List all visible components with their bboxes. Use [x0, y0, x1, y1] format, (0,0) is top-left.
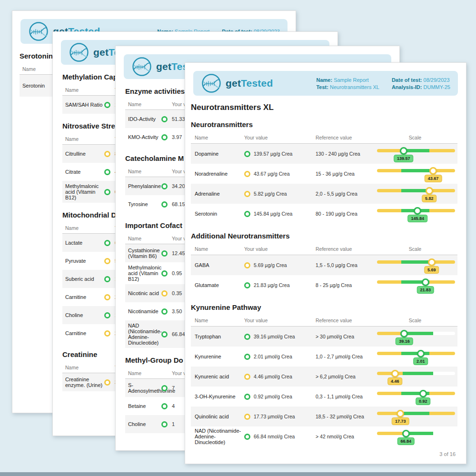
status-dot-green: [161, 403, 168, 409]
col-spacer: [161, 101, 172, 107]
reference-value: 18,5 - 32 µmol/g Crea: [316, 414, 377, 419]
col-spacer: [161, 169, 172, 174]
analyte-name: Kynurenine: [195, 354, 244, 359]
status-dot-green: [244, 151, 250, 157]
row-name: Nicotinic acid: [128, 290, 161, 296]
table-column-headers: NameYour valueReference valueScale: [191, 133, 457, 144]
result-row: Kynurenine2.01 µmol/g Crea1,0 - 2,7 µmol…: [191, 347, 457, 367]
scale-value-label: 139.57: [394, 155, 414, 162]
scale-marker: [422, 278, 429, 286]
scale-segment: [429, 149, 455, 152]
gettested-dna-icon: [201, 73, 222, 94]
status-dot-green: [161, 421, 168, 427]
result-row: Tryptophan39.16 µmol/g Crea> 30 µmol/g C…: [191, 327, 457, 347]
result-row: NAD (Nicotinamide-Adenine-Dinucleotide)6…: [191, 426, 457, 446]
status-dot-green: [161, 116, 168, 122]
status-dot-green: [244, 334, 250, 340]
status-dot-green: [104, 240, 110, 246]
row-name: Citrate: [65, 169, 104, 175]
gettested-dna-icon: [69, 42, 89, 63]
scale-bar: 145.84: [377, 205, 455, 223]
gettested-logo: getTested: [201, 73, 273, 94]
status-dot-yellow: [244, 262, 250, 268]
col-spacer: [161, 236, 172, 241]
reference-value: 15 - 36 µg/g Crea: [316, 171, 377, 177]
row-name: Betaine: [128, 403, 161, 409]
col-header-reference-value: Reference value: [316, 317, 377, 323]
result-row: GABA5.69 µg/g Crea1,5 - 5,0 µg/g Crea5.6…: [191, 255, 457, 275]
scale-bar: 39.16: [377, 327, 455, 346]
col-header-scale: Scale: [377, 246, 454, 252]
your-value-cell: 139.57 µg/g Crea: [244, 151, 316, 157]
analyte-name: Tryptophan: [195, 334, 244, 339]
col-header-name: Name: [128, 101, 161, 107]
scale-track: [377, 189, 455, 192]
your-value-cell: 66.84 nmol/g Crea: [244, 434, 316, 440]
col-header-name: Name: [128, 370, 161, 376]
scale-value-label: 0.92: [416, 397, 431, 405]
row-name: Carnitine: [65, 330, 104, 336]
report-page-4: getTested Name: Sample Report Test: Neur…: [185, 62, 466, 464]
col-spacer: [104, 136, 115, 142]
test-date-line: Date of test: 08/29/2023: [392, 77, 450, 83]
col-spacer: [104, 225, 115, 231]
scale-marker: [417, 350, 425, 357]
status-dot-yellow: [244, 414, 250, 420]
scale-track: [377, 352, 455, 355]
row-name: Nicotinamide: [128, 308, 161, 314]
row-name: NAD (Nicotinamide-Adenine-Dinucleotide): [128, 323, 161, 346]
section-title: Kynurenine Pathway: [191, 303, 457, 311]
scale-segment: [401, 169, 429, 172]
scale-value-label: 21.83: [416, 286, 434, 294]
scale-segment: [433, 372, 455, 375]
scale-track: [377, 260, 455, 264]
scale-segment: [377, 149, 401, 152]
col-header-your-value: Your value: [244, 246, 316, 252]
scale-segment: [401, 260, 429, 264]
scale-segment: [377, 169, 401, 172]
status-dot-green: [161, 385, 168, 391]
reference-value: 80 - 190 µg/g Crea: [316, 211, 377, 217]
table-row: Serotonin: [20, 75, 58, 97]
section-title: Neurotransmitters: [191, 120, 457, 129]
scale-segment: [403, 372, 433, 375]
status-dot-yellow: [244, 374, 250, 380]
scale-bar: 2.01: [377, 347, 455, 366]
status-dot-green: [104, 312, 110, 318]
status-dot-green: [244, 211, 250, 217]
scale-bar: 66.84: [377, 427, 455, 446]
your-value-cell: 2.01 µmol/g Crea: [244, 354, 316, 360]
col-header-reference-value: Reference value: [316, 246, 377, 252]
page4-header-band: getTested Name: Sample Report Test: Neur…: [193, 71, 458, 96]
scale-segment: [377, 392, 401, 395]
status-dot-green: [104, 276, 110, 282]
scale-segment: [429, 189, 455, 192]
status-dot-green: [244, 434, 250, 440]
your-value-cell: 39.16 µmol/g Crea: [244, 334, 316, 340]
your-value-cell: 21.83 µg/g Crea: [244, 282, 316, 288]
scale-segment: [433, 432, 455, 435]
reference-value: 2,0 - 5,5 µg/g Crea: [316, 191, 377, 197]
scale-segment: [377, 352, 401, 355]
col-header-name: Name: [65, 87, 104, 93]
your-value-text: 21.83 µg/g Crea: [254, 282, 290, 288]
status-dot-green: [104, 169, 110, 175]
analyte-name: Kynurenic acid: [195, 374, 244, 379]
row-name: Choline: [128, 421, 161, 427]
result-row: Noradrenaline43.67 µg/g Crea15 - 36 µg/g…: [191, 164, 457, 184]
status-dot-green: [161, 183, 168, 189]
row-name: Lactate: [65, 240, 104, 246]
col-header-name: Name: [195, 246, 244, 252]
reference-value: 8 - 25 µg/g Crea: [316, 282, 377, 288]
scale-marker: [419, 390, 427, 397]
scale-bar: 5.69: [377, 256, 455, 274]
row-name: Citrulline: [65, 151, 104, 157]
status-dot-green: [161, 270, 168, 277]
your-value-cell: 5.69 µg/g Crea: [244, 262, 316, 268]
bottom-strip: [0, 472, 476, 476]
scale-marker: [428, 258, 436, 266]
analyte-name: 3-OH-Kynurenine: [195, 394, 244, 399]
status-dot-yellow: [104, 330, 110, 337]
scale-track: [377, 280, 455, 284]
reference-value: 130 - 240 µg/g Crea: [316, 151, 377, 157]
